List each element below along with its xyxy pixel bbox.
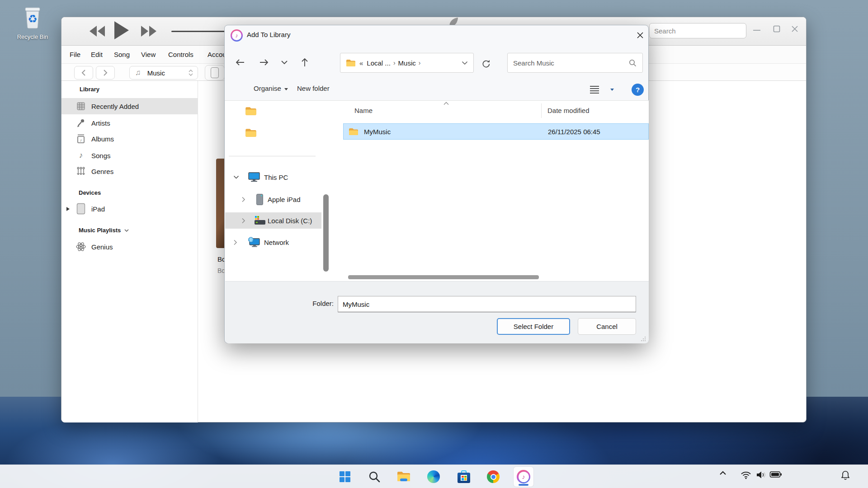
folder-name-input[interactable] — [338, 296, 636, 312]
view-dropdown-icon[interactable] — [610, 89, 614, 91]
nav-back-icon[interactable] — [232, 55, 248, 70]
nav-recent-chevron-icon[interactable] — [276, 55, 292, 70]
refresh-icon[interactable] — [478, 56, 494, 71]
select-folder-button[interactable]: Select Folder — [497, 318, 570, 335]
chevron-down-icon[interactable] — [124, 229, 129, 232]
sidebar-item-songs[interactable]: ♪ Songs — [61, 147, 198, 164]
media-selector[interactable]: ♫ Music — [129, 66, 198, 80]
tree-item-local-disk[interactable]: Local Disk (C:) — [225, 212, 321, 229]
file-explorer-button[interactable] — [394, 467, 414, 487]
microsoft-store-icon — [458, 470, 470, 483]
itunes-icon: ♪ — [517, 470, 530, 483]
search-icon — [629, 59, 637, 67]
folder-icon — [349, 128, 359, 136]
tree-item-network[interactable]: Network — [225, 234, 321, 250]
file-date: 26/11/2025 06:45 — [548, 128, 600, 136]
sidebar-item-albums[interactable]: ♪ Albums — [61, 131, 198, 147]
sidebar-item-recently-added[interactable]: Recently Added — [61, 98, 198, 114]
organise-button[interactable]: Organise — [254, 84, 288, 92]
speaker-icon[interactable] — [756, 470, 767, 479]
device-button[interactable] — [205, 65, 225, 80]
horizontal-scrollbar[interactable] — [348, 275, 539, 279]
local-disk-icon — [254, 216, 266, 225]
album-icon: ♪ — [75, 133, 87, 145]
tree-folder-icon-2[interactable] — [245, 128, 257, 137]
cancel-button[interactable]: Cancel — [578, 318, 636, 335]
edge-icon — [427, 470, 440, 483]
expand-chevron-icon[interactable] — [233, 175, 239, 179]
close-icon[interactable] — [790, 24, 799, 33]
sidebar-item-genius[interactable]: Genius — [61, 239, 198, 255]
tree-scrollbar[interactable] — [323, 194, 329, 272]
media-selector-value: Music — [147, 69, 165, 77]
microsoft-store-button[interactable] — [454, 467, 474, 487]
column-header-date[interactable]: Date modified — [547, 103, 590, 118]
playlists-header: Music Playlists — [79, 227, 129, 234]
tree-folder-icon[interactable] — [245, 107, 257, 116]
breadcrumb-overflow[interactable]: « — [359, 59, 363, 67]
column-header-name[interactable]: Name — [354, 103, 373, 118]
start-button[interactable] — [335, 467, 355, 487]
file-explorer-icon — [397, 471, 410, 483]
library-header: Library — [80, 86, 99, 93]
music-note-icon: ♫ — [135, 68, 141, 77]
taskbar: ♪ — [0, 465, 868, 488]
column-divider[interactable] — [541, 103, 542, 118]
svg-text:♻: ♻ — [28, 13, 38, 25]
rewind-button[interactable] — [88, 24, 107, 38]
recycle-bin-glyph: ♻ — [19, 4, 46, 31]
collapsed-chevron-icon[interactable] — [233, 239, 237, 245]
breadcrumb-separator: › — [391, 59, 398, 66]
battery-icon[interactable] — [769, 470, 782, 479]
notifications-bell-icon[interactable] — [841, 470, 850, 480]
maximize-icon[interactable] — [772, 24, 781, 33]
recycle-bin-icon[interactable]: ♻ Recycle Bin — [7, 4, 58, 40]
disclosure-triangle-icon[interactable] — [66, 206, 70, 211]
dialog-search-input[interactable] — [507, 53, 643, 73]
itunes-search-input[interactable] — [649, 23, 746, 38]
network-icon — [248, 237, 260, 248]
edge-button[interactable] — [424, 467, 443, 487]
collapsed-chevron-icon[interactable] — [241, 197, 245, 202]
help-button[interactable]: ? — [632, 84, 644, 96]
ipad-icon — [75, 203, 87, 215]
menu-controls[interactable]: Controls — [167, 46, 195, 64]
sidebar-item-artists[interactable]: Artists — [61, 115, 198, 131]
sidebar-item-ipad[interactable]: iPad — [61, 201, 198, 217]
tree-item-apple-ipad[interactable]: Apple iPad — [225, 191, 321, 207]
nav-up-icon[interactable] — [297, 55, 313, 70]
breadcrumb-drive[interactable]: Local ... — [367, 59, 391, 67]
this-pc-icon — [248, 172, 260, 183]
forward-button[interactable] — [96, 66, 115, 80]
collapsed-chevron-icon[interactable] — [241, 218, 245, 224]
address-bar[interactable]: « Local ... › Music › — [340, 53, 474, 73]
menu-view[interactable]: View — [140, 46, 157, 64]
new-folder-button[interactable]: New folder — [297, 84, 330, 92]
resize-grip[interactable] — [641, 336, 646, 342]
menu-song[interactable]: Song — [113, 46, 131, 64]
dialog-close-icon[interactable] — [633, 28, 647, 42]
itunes-taskbar-button[interactable]: ♪ — [514, 467, 533, 487]
play-button[interactable] — [113, 20, 130, 41]
tray-chevron-up-icon[interactable] — [719, 470, 727, 476]
active-app-indicator — [519, 484, 528, 486]
minimize-icon[interactable] — [752, 27, 761, 33]
menu-edit[interactable]: Edit — [90, 46, 104, 64]
view-list-icon[interactable] — [589, 85, 600, 94]
nav-forward-icon[interactable] — [256, 55, 272, 70]
sidebar-item-genres[interactable]: Genres — [61, 163, 198, 179]
taskbar-search-button[interactable] — [364, 467, 384, 487]
fast-forward-button[interactable] — [139, 24, 158, 38]
menu-file[interactable]: File — [68, 46, 82, 64]
back-button[interactable] — [74, 66, 93, 80]
tree-item-this-pc[interactable]: This PC — [225, 169, 321, 185]
file-name: MyMusic — [364, 128, 391, 136]
sort-ascending-icon — [443, 102, 449, 105]
add-to-library-dialog: ♪ Add To Library « Local ... › Music — [224, 25, 649, 343]
chrome-button[interactable] — [483, 467, 503, 487]
windows-logo-icon — [339, 471, 351, 483]
address-dropdown-icon[interactable] — [462, 61, 468, 65]
file-row-mymusic[interactable]: MyMusic 26/11/2025 06:45 — [343, 123, 649, 140]
breadcrumb-music[interactable]: Music — [398, 59, 416, 67]
wifi-icon[interactable] — [741, 470, 751, 479]
